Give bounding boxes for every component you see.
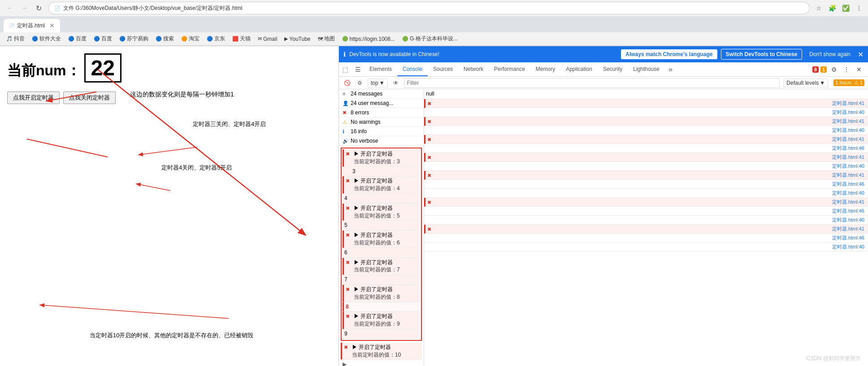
source-link-r15[interactable]: 定时器.html:41 (829, 226, 864, 232)
tab-console[interactable]: Console (397, 62, 428, 76)
filter-errors[interactable]: ✖ 8 errors (339, 108, 424, 118)
forward-button[interactable]: → (18, 2, 30, 14)
bookmark-login[interactable]: 🟢 https://login.1008... (339, 35, 398, 43)
active-tab[interactable]: 📄 定时器.html ✕ (4, 19, 60, 32)
clear-console-icon[interactable]: 🚫 (343, 78, 352, 87)
info-filter-icon: ℹ (343, 129, 349, 135)
source-link-r16[interactable]: 定时器.html:46 (829, 235, 864, 241)
source-link-r1[interactable]: 定时器.html:41 (829, 100, 864, 107)
svg-line-1 (27, 139, 108, 157)
gmail-icon: ✉ (258, 36, 262, 42)
source-link-r12[interactable]: 定时器.html:41 (829, 199, 864, 205)
log-right-r9: ✖ 定时器.html:41 (424, 171, 868, 180)
level-selector[interactable]: top ▼ (368, 78, 388, 87)
filter-user-messages[interactable]: 👤 24 user messag... (339, 99, 424, 108)
bookmark-tmall[interactable]: 🟥 天猫 (230, 34, 253, 44)
bookmark-gezi[interactable]: 🟢 G·格子达本科毕设... (399, 34, 460, 44)
notify-close-icon[interactable]: ✕ (858, 50, 864, 59)
err-icon-r3: ✖ (427, 119, 434, 125)
source-link-r7[interactable]: 定时器.html:41 (829, 154, 864, 161)
devtools-panel: ℹ DevTools is now available in Chinese! … (339, 46, 868, 366)
more-tabs-icon[interactable]: » (665, 65, 676, 74)
main-area: 当前num： 22 点我开启定时器 点我关闭定时器 这边的数据变化则是每隔一秒钟… (0, 46, 868, 366)
dismiss-text[interactable]: Don't show again (809, 51, 851, 57)
default-levels-selector[interactable]: Default levels ▼ (783, 78, 828, 87)
filter-input[interactable] (404, 78, 780, 88)
source-link-r3[interactable]: 定时器.html:41 (829, 118, 864, 125)
filter-all-messages[interactable]: ≡ 24 messages (339, 89, 424, 99)
source-link-r9[interactable]: 定时器.html:41 (829, 172, 864, 179)
reload-button[interactable]: ↻ (32, 2, 45, 14)
tab-performance[interactable]: Performance (489, 62, 530, 76)
source-link-r17[interactable]: 定时器.html:40 (829, 244, 864, 250)
bookmark-taobao[interactable]: 🟠 淘宝 (178, 34, 202, 44)
switch-devtools-button[interactable]: Switch DevTools to Chinese (721, 49, 803, 60)
source-link-r8[interactable]: 定时器.html:40 (829, 163, 864, 170)
bookmark-baidu1[interactable]: 🔵 百度 (65, 34, 89, 44)
source-link-r14[interactable]: 定时器.html:40 (829, 217, 864, 223)
filter-warnings[interactable]: ⚠ No warnings (339, 118, 424, 127)
source-link-r10[interactable]: 定时器.html:46 (829, 181, 864, 187)
svg-line-4 (40, 305, 229, 318)
devtools-close-icon[interactable]: ✕ (854, 64, 864, 75)
devtools-more-icon[interactable]: ⋮ (841, 64, 852, 75)
tab-security[interactable]: Security (598, 62, 628, 76)
close-timer-button[interactable]: 点我关闭定时器 (63, 92, 116, 104)
log-entry-val8: 8 (343, 302, 420, 312)
profile-icon[interactable]: ✅ (840, 3, 851, 13)
log-right-r8: 定时器.html:40 (424, 162, 868, 171)
bookmark-gmail[interactable]: ✉ Gmail (255, 35, 280, 43)
jd-icon: 🔵 (207, 36, 213, 42)
source-link-r5[interactable]: 定时器.html:41 (829, 136, 864, 143)
open-timer-button[interactable]: 点我开启定时器 (7, 92, 60, 104)
settings-icon[interactable]: ⚙ (829, 64, 839, 75)
error-icon6: ✖ (346, 232, 353, 238)
bookmark-douyin[interactable]: 🎵 抖音 (4, 34, 27, 44)
bookmark-search[interactable]: 🔵 搜索 (153, 34, 177, 44)
address-bar[interactable]: 📄 文件 G:/360MoveData/Users/静小文/Desktop/vu… (48, 2, 810, 14)
tab-lighthouse[interactable]: Lighthouse (628, 62, 665, 76)
bookmark-star-icon[interactable]: ☆ (813, 3, 824, 13)
eye-icon[interactable]: 👁 (391, 78, 400, 87)
log-entry-timer-open-10: ✖ ▶ 开启了定时器 当前定时器的值：10 (341, 343, 422, 360)
source-link-r13[interactable]: 定时器.html:46 (829, 208, 864, 214)
tab-application[interactable]: Application (560, 62, 598, 76)
source-link-r4[interactable]: 定时器.html:40 (829, 127, 864, 134)
extensions-icon[interactable]: 🧩 (827, 3, 838, 13)
verbose-label: No verbose (351, 138, 420, 144)
software-icon: 🔵 (32, 36, 38, 42)
source-link-r6[interactable]: 定时器.html:46 (829, 145, 864, 152)
tab-elements[interactable]: Elements (364, 62, 397, 76)
inspect-icon[interactable]: ☰ (352, 64, 363, 75)
cursor-icon[interactable]: ⬚ (340, 64, 351, 75)
log-right-r16: 定时器.html:46 (424, 234, 868, 243)
bookmark-jd[interactable]: 🔵 京东 (204, 34, 228, 44)
match-language-button[interactable]: Always match Chrome's language (621, 49, 717, 59)
filter-icon[interactable]: ⚙ (355, 78, 364, 87)
num-label: 当前num： (7, 61, 81, 81)
chevron-down-icon: ▼ (379, 80, 385, 86)
err-icon-r15: ✖ (427, 227, 434, 232)
tab-memory[interactable]: Memory (530, 62, 560, 76)
bookmark-suning[interactable]: 🔵 苏宁易购 (117, 34, 151, 44)
source-link-r2[interactable]: 定时器.html:40 (829, 109, 864, 116)
err-icon-r7: ✖ (427, 155, 434, 161)
more-icon[interactable]: ⋮ (854, 3, 864, 13)
bookmark-baidu2[interactable]: 🔵 百度 (91, 34, 115, 44)
back-button[interactable]: ← (4, 2, 16, 14)
filter-info[interactable]: ℹ 16 info (339, 127, 424, 136)
log-entry-val4: 4 (343, 194, 420, 204)
tab-network[interactable]: Network (458, 62, 489, 76)
devtools-notification: ℹ DevTools is now available in Chinese! … (339, 46, 868, 62)
tab-sources[interactable]: Sources (428, 62, 458, 76)
bookmark-maps[interactable]: 🗺 地图 (315, 34, 338, 44)
youtube-icon: ▶ (284, 36, 288, 42)
tab-close-icon[interactable]: ✕ (49, 22, 55, 29)
console-right-panel: null ✖ 定时器.html:41 定时器.html:40 ✖ 定时器.htm… (424, 89, 868, 366)
bookmark-software[interactable]: 🔵 软件大全 (29, 34, 64, 44)
source-link-r11[interactable]: 定时器.html:40 (829, 190, 864, 196)
log-right-r17: 定时器.html:40 (424, 243, 868, 252)
filter-verbose[interactable]: 🔊 No verbose (339, 136, 424, 146)
log-entry-timer-open-8: ✖ ▶ 开启了定时器 当前定时器的值：8 (343, 285, 420, 302)
bookmark-youtube[interactable]: ▶ YouTube (282, 35, 313, 43)
